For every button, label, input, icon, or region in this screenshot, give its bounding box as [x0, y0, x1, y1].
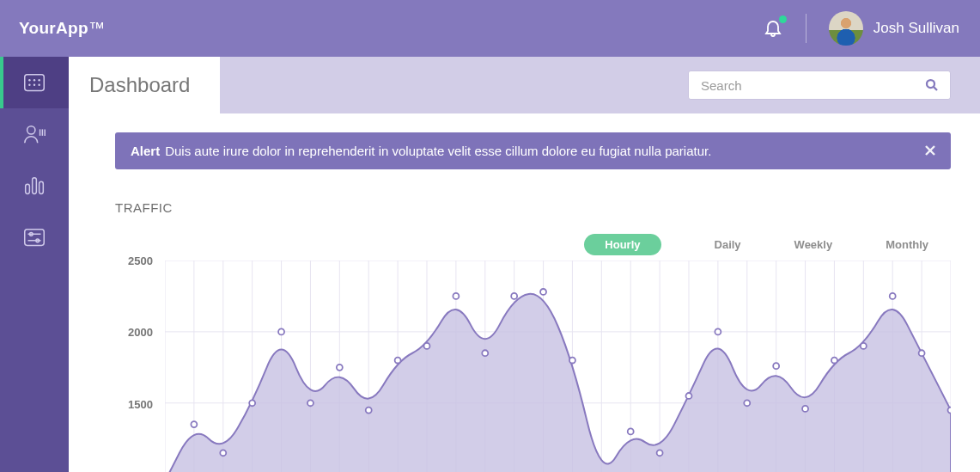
- notifications-button[interactable]: [740, 17, 806, 40]
- sidebar-item-dashboard[interactable]: [0, 57, 69, 108]
- svg-point-6: [38, 84, 40, 86]
- svg-point-68: [569, 358, 575, 364]
- svg-point-67: [540, 289, 546, 295]
- traffic-chart-card: HourlyDailyWeeklyMonthly 250020001500: [115, 234, 951, 472]
- svg-rect-11: [26, 184, 30, 193]
- svg-line-20: [934, 87, 937, 90]
- alert-body: Duis aute irure dolor in reprehenderit i…: [165, 144, 711, 158]
- sidebar-item-users[interactable]: [0, 108, 69, 160]
- svg-point-4: [28, 84, 30, 86]
- alert-close-button[interactable]: [925, 144, 935, 158]
- traffic-chart: 250020001500: [115, 261, 951, 472]
- y-tick: 2500: [128, 254, 153, 267]
- main-panel: Alert Duis aute irure dolor in reprehend…: [69, 113, 980, 472]
- svg-point-5: [33, 84, 35, 86]
- svg-point-7: [27, 126, 35, 134]
- settings-icon: [21, 224, 47, 250]
- search-input[interactable]: [688, 70, 951, 100]
- sidebar-item-analytics[interactable]: [0, 160, 69, 211]
- alert-title: Alert: [131, 144, 160, 158]
- svg-point-77: [831, 358, 837, 364]
- chart-range-monthly[interactable]: Monthly: [886, 234, 928, 255]
- chart-range-weekly[interactable]: Weekly: [794, 234, 833, 255]
- svg-point-57: [249, 400, 255, 406]
- alert-banner: Alert Duis aute irure dolor in reprehend…: [115, 132, 951, 169]
- search-icon: [924, 77, 940, 93]
- chart-range-daily[interactable]: Daily: [715, 234, 741, 255]
- svg-point-74: [744, 400, 750, 406]
- app-brand: YourApp™: [19, 19, 105, 38]
- user-menu[interactable]: Josh Sullivan: [813, 11, 959, 46]
- app-header: YourApp™ Josh Sullivan: [0, 0, 980, 57]
- svg-point-66: [511, 293, 517, 299]
- brand-name: YourApp: [19, 19, 88, 37]
- tabs-row: Dashboard: [69, 57, 980, 113]
- svg-rect-0: [25, 75, 45, 91]
- svg-point-2: [33, 79, 35, 81]
- traffic-title: TRAFFIC: [115, 200, 951, 215]
- svg-point-59: [307, 400, 313, 406]
- tab-dashboard[interactable]: Dashboard: [69, 57, 220, 113]
- sidebar-item-settings[interactable]: [0, 211, 69, 263]
- svg-rect-14: [25, 230, 45, 246]
- svg-point-62: [395, 358, 401, 364]
- svg-point-64: [453, 293, 459, 299]
- dashboard-icon: [21, 70, 47, 95]
- svg-rect-13: [40, 181, 44, 193]
- users-icon: [21, 121, 47, 147]
- y-tick: 2000: [128, 326, 153, 339]
- svg-point-56: [220, 450, 226, 456]
- search-field[interactable]: [699, 77, 917, 94]
- chart-range-hourly[interactable]: Hourly: [584, 234, 660, 255]
- svg-point-1: [28, 79, 30, 81]
- svg-point-71: [657, 450, 663, 456]
- chart-range-tabs: HourlyDailyWeeklyMonthly: [115, 234, 951, 255]
- svg-point-58: [278, 328, 284, 334]
- notification-dot: [779, 15, 787, 23]
- user-name: Josh Sullivan: [873, 20, 959, 37]
- page-title: Dashboard: [89, 73, 190, 97]
- y-tick: 1500: [128, 397, 153, 410]
- analytics-icon: [21, 173, 47, 199]
- svg-point-60: [337, 365, 343, 371]
- svg-point-73: [715, 328, 721, 334]
- svg-point-79: [890, 293, 896, 299]
- close-icon: [925, 145, 935, 156]
- svg-rect-12: [33, 178, 37, 194]
- svg-point-55: [191, 421, 197, 427]
- header-separator: [806, 14, 807, 43]
- svg-point-81: [948, 408, 951, 414]
- svg-point-61: [366, 408, 372, 414]
- chart-plot: [165, 261, 951, 472]
- svg-point-19: [927, 80, 934, 88]
- avatar: [829, 11, 863, 46]
- sidebar: [0, 57, 69, 472]
- svg-point-70: [628, 428, 634, 434]
- brand-tm: ™: [88, 19, 105, 37]
- svg-point-63: [424, 343, 430, 349]
- svg-point-3: [38, 79, 40, 81]
- svg-point-80: [919, 350, 925, 356]
- svg-point-78: [861, 343, 867, 349]
- svg-point-75: [773, 363, 779, 369]
- svg-point-72: [686, 393, 692, 399]
- svg-point-65: [482, 350, 488, 356]
- svg-point-76: [802, 406, 808, 412]
